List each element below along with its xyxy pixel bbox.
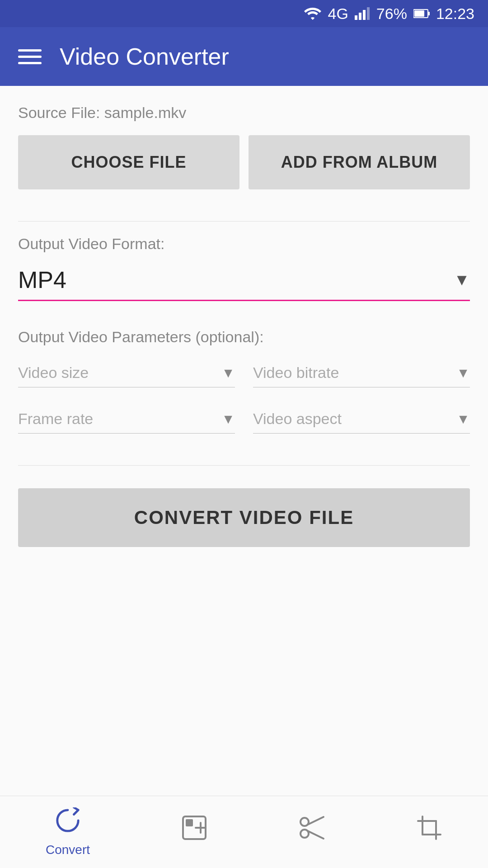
svg-rect-5 <box>428 12 430 15</box>
video-size-label: Video size <box>18 364 89 382</box>
main-content: Source File: sample.mkv CHOOSE FILE ADD … <box>0 86 488 796</box>
app-title: Video Converter <box>60 43 229 70</box>
video-aspect-dropdown[interactable]: Video aspect ▼ <box>253 410 470 434</box>
svg-line-13 <box>308 817 324 825</box>
svg-rect-2 <box>363 10 366 20</box>
params-label: Output Video Parameters (optional): <box>18 328 470 346</box>
hamburger-menu[interactable] <box>18 49 42 64</box>
svg-line-14 <box>308 831 324 839</box>
format-value-text: MP4 <box>18 266 66 293</box>
crop-icon <box>416 815 442 846</box>
convert-video-button[interactable]: CONVERT VIDEO FILE <box>18 488 470 547</box>
svg-rect-0 <box>355 15 357 20</box>
video-size-dropdown[interactable]: Video size ▼ <box>18 364 235 387</box>
signal-icon <box>355 7 370 20</box>
status-icons: 4G 76% 12:23 <box>304 5 474 23</box>
scissors-icon <box>299 815 325 846</box>
network-indicator: 4G <box>328 5 348 23</box>
frame-rate-chevron-icon: ▼ <box>221 411 235 427</box>
battery-icon <box>413 9 430 19</box>
svg-rect-1 <box>359 13 361 20</box>
video-aspect-chevron-icon: ▼ <box>456 411 470 427</box>
choose-file-button[interactable]: CHOOSE FILE <box>18 135 239 189</box>
divider-1 <box>18 221 470 222</box>
divider-2 <box>18 465 470 466</box>
svg-rect-6 <box>414 10 424 17</box>
frame-rate-label: Frame rate <box>18 410 93 428</box>
svg-rect-8 <box>186 819 193 826</box>
bottom-nav: Convert <box>0 796 488 868</box>
format-chevron-icon: ▼ <box>454 270 470 289</box>
battery-indicator: 76% <box>376 5 407 23</box>
video-aspect-label: Video aspect <box>253 410 342 428</box>
video-bitrate-label: Video bitrate <box>253 364 339 382</box>
video-bitrate-dropdown[interactable]: Video bitrate ▼ <box>253 364 470 387</box>
wifi-icon <box>304 7 321 20</box>
source-file-label: Source File: sample.mkv <box>18 104 470 122</box>
add-from-album-button[interactable]: ADD FROM ALBUM <box>249 135 470 189</box>
nav-add[interactable] <box>172 810 216 854</box>
format-select-wrapper: MP4 ▼ <box>18 266 470 301</box>
nav-crop[interactable] <box>407 810 451 854</box>
time-display: 12:23 <box>436 5 474 23</box>
video-size-chevron-icon: ▼ <box>221 365 235 381</box>
app-bar: Video Converter <box>0 27 488 86</box>
status-bar: 4G 76% 12:23 <box>0 0 488 27</box>
nav-cut[interactable] <box>290 810 334 854</box>
params-grid: Video size ▼ Video bitrate ▼ Frame rate … <box>18 364 470 434</box>
output-format-label: Output Video Format: <box>18 235 470 253</box>
frame-rate-dropdown[interactable]: Frame rate ▼ <box>18 410 235 434</box>
nav-convert[interactable]: Convert <box>37 803 99 862</box>
file-buttons: CHOOSE FILE ADD FROM ALBUM <box>18 135 470 189</box>
svg-rect-3 <box>367 7 370 20</box>
format-dropdown[interactable]: MP4 ▼ <box>18 266 470 301</box>
add-icon <box>181 815 207 846</box>
video-bitrate-chevron-icon: ▼ <box>456 365 470 381</box>
convert-icon <box>55 807 81 839</box>
nav-convert-label: Convert <box>46 843 90 857</box>
